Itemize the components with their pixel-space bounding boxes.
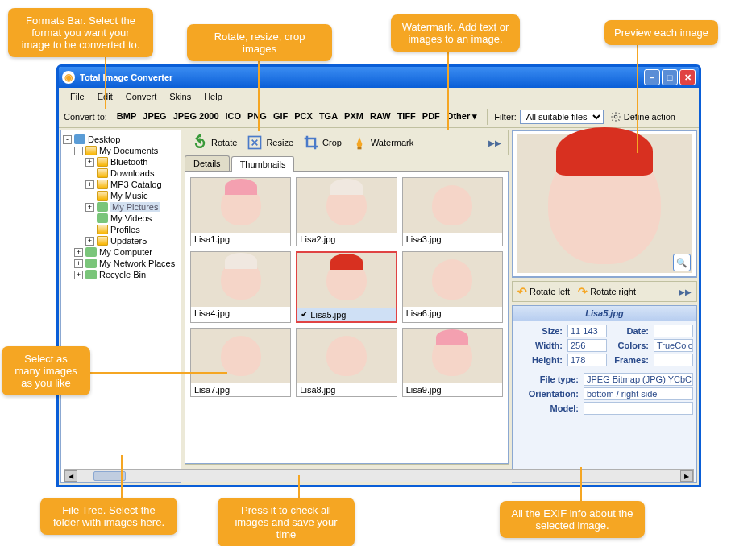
tree-node-updater5[interactable]: +Updater5 xyxy=(63,235,179,246)
more-rotate-icon[interactable]: ▶▶ xyxy=(679,287,692,296)
format-tga[interactable]: TGA xyxy=(316,110,341,122)
expand-icon[interactable]: + xyxy=(85,203,94,212)
thumbnail-label: Lisa4.jpg xyxy=(191,307,290,320)
thumbnail-Lisa9[interactable]: Lisa9.jpg xyxy=(402,328,503,397)
thumbnail-image xyxy=(191,252,290,307)
thumbnail-Lisa2[interactable]: Lisa2.jpg xyxy=(296,177,397,246)
tree-node-my-pictures[interactable]: +My Pictures xyxy=(63,201,179,213)
format-bmp[interactable]: BMP xyxy=(114,110,139,122)
expand-icon[interactable]: + xyxy=(74,248,83,257)
format-jpeg[interactable]: JPEG xyxy=(139,110,169,122)
format-bar: Convert to: BMPJPEGJPEG 2000ICOPNGGIFPCX… xyxy=(59,105,699,128)
tree-label: My Pictures xyxy=(110,202,160,212)
menu-help[interactable]: Help xyxy=(197,90,229,103)
crop-button[interactable]: Crop xyxy=(303,134,342,151)
callout-rotate: Rotate, resize, crop images xyxy=(187,24,332,61)
filter-select[interactable]: All suitable files xyxy=(520,110,604,124)
check-icon: ✔ xyxy=(301,309,308,320)
close-button[interactable]: ✕ xyxy=(679,69,696,85)
tree-node-recycle-bin[interactable]: +Recycle Bin xyxy=(63,269,179,280)
format-jpeg2000[interactable]: JPEG 2000 xyxy=(170,110,222,122)
tree-label: My Documents xyxy=(99,146,158,155)
expand-icon[interactable]: + xyxy=(85,158,94,167)
special-icon xyxy=(85,270,97,279)
expand-icon[interactable]: + xyxy=(85,237,94,246)
thumbnails-grid[interactable]: Lisa1.jpgLisa2.jpgLisa3.jpgLisa4.jpg✔Lis… xyxy=(185,172,509,464)
thumbnail-Lisa6[interactable]: Lisa6.jpg xyxy=(402,251,503,323)
tree-node-my-videos[interactable]: My Videos xyxy=(63,213,179,224)
titlebar[interactable]: ◉ Total Image Converter – □ ✕ xyxy=(59,67,699,88)
format-ico[interactable]: ICO xyxy=(222,110,245,122)
rotate-button[interactable]: Rotate xyxy=(192,134,237,151)
format-pdf[interactable]: PDF xyxy=(419,110,443,122)
resize-button[interactable]: Resize xyxy=(247,134,293,151)
scroll-right-icon[interactable]: ▶ xyxy=(680,470,693,482)
menu-convert[interactable]: Convert xyxy=(119,90,164,103)
scroll-left-icon[interactable]: ◀ xyxy=(64,470,77,482)
menu-skins[interactable]: Skins xyxy=(163,90,197,103)
thumbnail-Lisa5[interactable]: ✔Lisa5.jpg xyxy=(296,251,397,323)
thumbnail-label: Lisa1.jpg xyxy=(191,233,290,246)
thumbnail-Lisa3[interactable]: Lisa3.jpg xyxy=(402,177,503,246)
format-pxm[interactable]: PXM xyxy=(341,110,367,122)
format-pcx[interactable]: PCX xyxy=(291,110,316,122)
tab-thumbnails[interactable]: Thumbnails xyxy=(231,156,295,172)
zoom-button[interactable]: 🔍 xyxy=(673,254,691,271)
minimize-button[interactable]: – xyxy=(644,69,660,85)
thumbnail-label: Lisa2.jpg xyxy=(297,233,396,246)
folder-tree[interactable]: -Desktop-My Documents+BluetoothDownloads… xyxy=(60,130,181,483)
special-icon xyxy=(85,259,97,268)
convert-to-label: Convert to: xyxy=(64,112,107,122)
model-label: Model: xyxy=(516,402,580,415)
thumbnail-label: Lisa8.jpg xyxy=(297,383,396,396)
rotate-icon xyxy=(192,134,208,151)
thumbnail-Lisa1[interactable]: Lisa1.jpg xyxy=(190,177,291,246)
orientation-value: bottom / right side xyxy=(584,387,693,400)
watermark-button[interactable]: Watermark xyxy=(351,134,413,151)
tree-node-bluetooth[interactable]: +Bluetooth xyxy=(63,156,179,168)
thumbnail-Lisa7[interactable]: Lisa7.jpg xyxy=(190,328,291,397)
callout-select-many: Select as many images as you like xyxy=(2,346,90,395)
format-png[interactable]: PNG xyxy=(244,110,270,122)
callout-line xyxy=(637,44,638,153)
tree-node-my-music[interactable]: My Music xyxy=(63,190,179,201)
rotate-right-button[interactable]: ↷ Rotate right xyxy=(578,285,636,298)
tree-node-downloads[interactable]: Downloads xyxy=(63,168,179,179)
tree-node-my-network-places[interactable]: +My Network Places xyxy=(63,258,179,269)
orientation-label: Orientation: xyxy=(516,387,580,400)
thumbnail-label: Lisa9.jpg xyxy=(403,383,502,396)
info-filename: Lisa5.jpg xyxy=(513,306,696,321)
format-gif[interactable]: GIF xyxy=(270,110,291,122)
format-tiff[interactable]: TIFF xyxy=(394,110,419,122)
width-label: Width: xyxy=(516,339,564,352)
folder-icon xyxy=(97,191,108,201)
filter-label: Filter: xyxy=(494,112,517,122)
tree-node-my-documents[interactable]: -My Documents xyxy=(63,145,179,156)
expand-icon[interactable]: + xyxy=(85,180,94,189)
tree-node-profiles[interactable]: Profiles xyxy=(63,224,179,235)
tree-node-my-computer[interactable]: +My Computer xyxy=(63,246,179,258)
tree-label: Recycle Bin xyxy=(99,270,146,279)
thumbnail-Lisa8[interactable]: Lisa8.jpg xyxy=(296,328,397,397)
more-tools-icon[interactable]: ▶▶ xyxy=(488,139,501,147)
tab-details[interactable]: Details xyxy=(185,155,230,171)
callout-exif: All the EXIF info about the selected ima… xyxy=(500,501,645,538)
callout-check-all: Press it to check all images and save yo… xyxy=(218,498,355,546)
expand-icon[interactable]: + xyxy=(74,271,83,279)
desktop-icon xyxy=(74,134,85,144)
resize-icon xyxy=(247,134,263,151)
expand-icon[interactable]: - xyxy=(63,135,72,144)
expand-icon[interactable]: + xyxy=(74,259,83,268)
crop-icon xyxy=(303,134,319,151)
expand-icon[interactable]: - xyxy=(74,147,83,155)
horizontal-scrollbar[interactable]: ◀ ▶ xyxy=(64,469,694,482)
tree-node-mp3-catalog[interactable]: +MP3 Catalog xyxy=(63,179,179,190)
define-action-button[interactable]: Define action xyxy=(607,110,679,124)
thumbnail-Lisa4[interactable]: Lisa4.jpg xyxy=(190,251,291,323)
thumbnail-image xyxy=(297,178,396,233)
tree-node-desktop[interactable]: -Desktop xyxy=(63,134,179,145)
format-raw[interactable]: RAW xyxy=(367,110,394,122)
rotate-left-button[interactable]: ↶ Rotate left xyxy=(517,285,570,298)
maximize-button[interactable]: □ xyxy=(662,69,678,85)
menu-file[interactable]: File xyxy=(64,90,91,103)
